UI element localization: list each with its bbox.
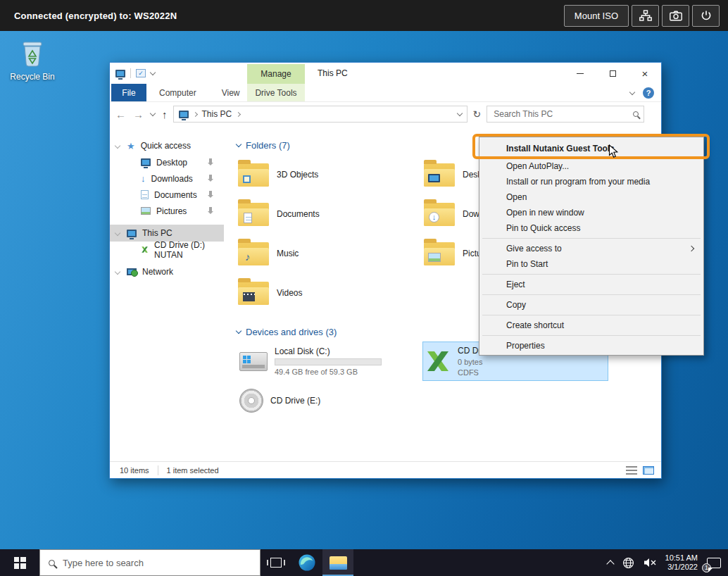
drive-context-menu: Install Nutanix Guest Tools Open AutoPla… xyxy=(479,137,704,356)
collapse-group-chevron-icon[interactable] xyxy=(236,328,241,334)
file-explorer-button[interactable] xyxy=(322,549,353,576)
sidebar-item-desktop[interactable]: Desktop xyxy=(110,154,224,170)
windows-logo-icon xyxy=(243,356,251,363)
menu-item-install-or-run-program[interactable]: Install or run program from your media xyxy=(481,174,702,189)
folder-music[interactable]: Music xyxy=(237,234,422,273)
taskbar-clock[interactable]: 10:51 AM 3/1/2022 xyxy=(665,553,698,572)
submenu-chevron-icon xyxy=(689,246,694,251)
tab-view[interactable]: View xyxy=(209,84,253,101)
this-pc-icon xyxy=(127,230,137,237)
large-icons-view-icon[interactable] xyxy=(643,466,654,475)
network-globe-icon[interactable] xyxy=(622,557,634,569)
recycle-bin-desktop-icon[interactable]: Recycle Bin xyxy=(7,39,58,82)
toolbar-divider xyxy=(130,68,131,78)
taskbar: 10:51 AM 3/1/2022 1 xyxy=(0,549,728,576)
maximize-button[interactable] xyxy=(596,63,629,84)
task-view-button[interactable] xyxy=(261,549,291,576)
customize-toolbar-chevron-icon[interactable] xyxy=(150,70,156,75)
quick-access-toolbar: ✓ xyxy=(110,68,155,78)
topology-button[interactable] xyxy=(632,5,659,27)
close-button[interactable]: × xyxy=(629,63,661,84)
folder-icon xyxy=(238,203,269,226)
forward-icon[interactable]: → xyxy=(133,108,144,120)
folder-documents[interactable]: Documents xyxy=(237,194,422,234)
manage-contextual-tab[interactable]: Manage xyxy=(247,64,305,84)
clock-time: 10:51 AM xyxy=(665,553,698,563)
menu-separator xyxy=(482,238,701,239)
nutanix-x-icon xyxy=(141,245,149,254)
mount-iso-button[interactable]: Mount ISO xyxy=(564,5,629,27)
back-icon[interactable]: ← xyxy=(115,108,126,120)
power-button[interactable] xyxy=(692,5,720,27)
window-titlebar[interactable]: ✓ Manage This PC × xyxy=(110,63,661,84)
sidebar-item-documents[interactable]: Documents xyxy=(110,187,224,203)
address-dropdown-chevron-icon[interactable] xyxy=(456,111,462,116)
expander-chevron-icon[interactable] xyxy=(115,230,120,236)
navigation-pane: Quick access Desktop Downloads Documents… xyxy=(110,126,224,461)
start-button[interactable] xyxy=(0,549,39,576)
menu-item-copy[interactable]: Copy xyxy=(481,297,702,313)
breadcrumb-chevron-icon[interactable] xyxy=(192,111,197,116)
sidebar-item-downloads[interactable]: Downloads xyxy=(110,170,224,187)
taskbar-search-box[interactable] xyxy=(39,549,261,576)
edge-browser-button[interactable] xyxy=(291,549,322,576)
address-bar[interactable]: This PC xyxy=(173,106,467,123)
show-hidden-icons-chevron-icon[interactable] xyxy=(606,560,614,568)
screenshot-button[interactable] xyxy=(662,5,689,27)
drive-cd-e[interactable]: CD Drive (E:) xyxy=(237,381,422,420)
expander-chevron-icon[interactable] xyxy=(115,269,120,275)
drive-local-disk-c[interactable]: Local Disk (C:) 49.4 GB free of 59.3 GB xyxy=(237,342,422,381)
menu-item-eject[interactable]: Eject xyxy=(481,277,702,292)
menu-item-create-shortcut[interactable]: Create shortcut xyxy=(481,318,702,333)
sidebar-label: Quick access xyxy=(141,141,191,151)
sidebar-item-pictures[interactable]: Pictures xyxy=(110,203,224,219)
collapse-group-chevron-icon[interactable] xyxy=(236,142,241,147)
pin-icon xyxy=(207,207,214,215)
ribbon-right-controls: ? xyxy=(630,84,654,101)
folder-icon xyxy=(238,282,269,305)
expand-ribbon-chevron-icon[interactable] xyxy=(629,89,635,94)
menu-item-install-nutanix-guest-tools[interactable]: Install Nutanix Guest Tools xyxy=(481,139,702,158)
menu-item-open[interactable]: Open xyxy=(481,189,702,205)
recent-locations-chevron-icon[interactable] xyxy=(150,111,156,116)
menu-item-give-access-to[interactable]: Give access to xyxy=(481,241,702,256)
menu-item-pin-to-quick-access[interactable]: Pin to Quick access xyxy=(481,220,702,236)
volume-muted-icon[interactable] xyxy=(644,558,656,568)
folder-icon xyxy=(424,242,455,265)
menu-item-open-autoplay[interactable]: Open AutoPlay... xyxy=(481,158,702,174)
tab-drive-tools[interactable]: Drive Tools xyxy=(247,84,305,101)
breadcrumb-chevron-icon[interactable] xyxy=(236,111,241,116)
menu-item-pin-to-start[interactable]: Pin to Start xyxy=(481,256,702,272)
action-center-icon[interactable]: 1 xyxy=(707,558,721,568)
breadcrumb-location[interactable]: This PC xyxy=(202,109,232,119)
taskbar-search-input[interactable] xyxy=(61,557,251,569)
ribbon-tabs-row: File Computer View Drive Tools ? xyxy=(110,84,661,102)
refresh-icon[interactable]: ↻ xyxy=(473,108,482,120)
sidebar-item-cd-drive-d[interactable]: CD Drive (D:) NUTAN xyxy=(110,242,224,258)
menu-item-open-in-new-window[interactable]: Open in new window xyxy=(481,205,702,220)
folder-3d-objects[interactable]: 3D Objects xyxy=(237,155,422,194)
disk-usage-bar xyxy=(275,358,382,365)
menu-item-properties[interactable]: Properties xyxy=(481,338,702,353)
address-bar-row: ← → ↑ This PC ↻ xyxy=(110,102,661,126)
help-icon[interactable]: ? xyxy=(643,87,654,99)
explorer-search-input[interactable] xyxy=(492,108,629,120)
sidebar-item-this-pc[interactable]: This PC xyxy=(110,225,224,242)
recycle-bin-label: Recycle Bin xyxy=(7,72,58,82)
sidebar-label: Desktop xyxy=(156,158,187,168)
details-view-icon[interactable] xyxy=(626,466,637,475)
folder-icon xyxy=(424,203,455,226)
expander-chevron-icon[interactable] xyxy=(115,143,120,149)
tab-computer[interactable]: Computer xyxy=(146,84,209,101)
properties-shortcut-icon[interactable]: ✓ xyxy=(136,69,146,77)
explorer-search-box[interactable] xyxy=(487,106,644,123)
sidebar-item-quick-access[interactable]: Quick access xyxy=(110,137,224,154)
sidebar-label: Network xyxy=(142,267,173,277)
sidebar-item-network[interactable]: Network xyxy=(110,263,224,280)
up-icon[interactable]: ↑ xyxy=(162,108,168,120)
drive-size: 0 bytes xyxy=(458,358,539,366)
navigation-arrows: ← → ↑ xyxy=(115,108,168,120)
tab-file[interactable]: File xyxy=(111,84,146,101)
minimize-button[interactable] xyxy=(564,63,596,84)
folder-videos[interactable]: Videos xyxy=(237,273,422,313)
